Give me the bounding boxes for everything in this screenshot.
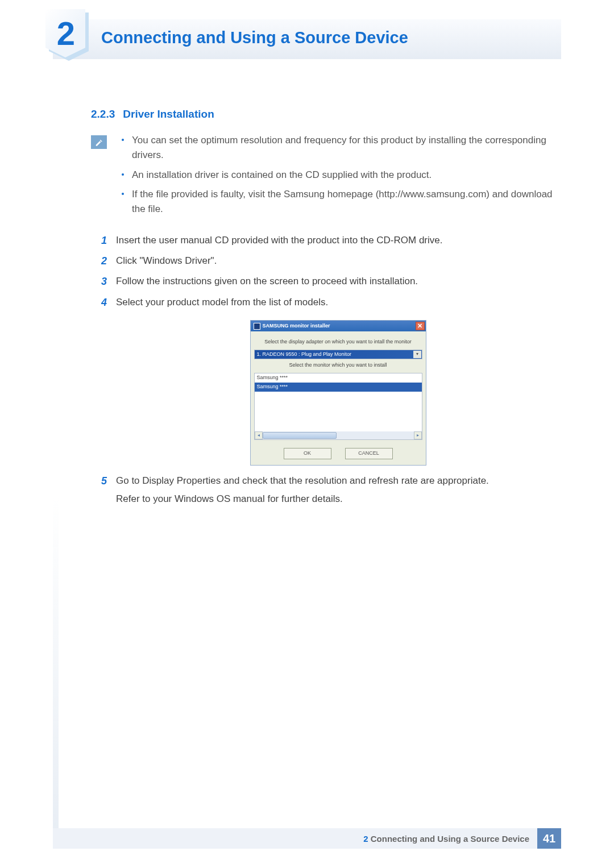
step-text: Follow the instructions given on the scr… xyxy=(116,276,418,286)
step-number: 1 xyxy=(101,233,107,249)
step-item: 2 Click "Windows Driver". xyxy=(101,254,560,268)
page-footer: 2 Connecting and Using a Source Device 4… xyxy=(53,828,561,849)
adapter-label: Select the display adapter on which you … xyxy=(254,338,422,346)
footer-chapter-number: 2 xyxy=(363,834,368,844)
step-after-text: Refer to your Windows OS manual for furt… xyxy=(116,492,560,506)
step-item: 1 Insert the user manual CD provided wit… xyxy=(101,233,560,248)
list-item[interactable]: Samsung **** xyxy=(255,383,422,392)
step-text: Select your product model from the list … xyxy=(116,297,328,308)
monitor-listbox[interactable]: Samsung **** Samsung **** ◂ ▸ xyxy=(254,373,422,440)
steps-list: 1 Insert the user manual CD provided wit… xyxy=(101,233,560,507)
section-heading: 2.2.3Driver Installation xyxy=(91,108,560,121)
combo-value: 1. RADEON 9550 : Plug and Play Monitor xyxy=(257,351,352,359)
step-number: 5 xyxy=(101,474,107,489)
step-item: 4 Select your product model from the lis… xyxy=(101,295,560,466)
app-icon xyxy=(254,323,260,330)
dialog-titlebar: SAMSUNG monitor installer ✕ xyxy=(251,321,426,331)
note-bullet: If the file provided is faulty, visit th… xyxy=(118,187,560,217)
scrollbar-thumb[interactable] xyxy=(263,432,337,439)
chevron-down-icon: ▾ xyxy=(413,351,421,358)
dialog-title: SAMSUNG monitor installer xyxy=(263,322,330,330)
note-bullet: You can set the optimum resolution and f… xyxy=(118,133,560,163)
section-title: Driver Installation xyxy=(123,108,214,120)
close-button[interactable]: ✕ xyxy=(416,322,425,330)
installer-dialog: SAMSUNG monitor installer ✕ Select the d… xyxy=(250,320,426,466)
chapter-title: Connecting and Using a Source Device xyxy=(101,28,408,47)
cancel-button[interactable]: CANCEL xyxy=(345,448,393,459)
ok-button[interactable]: OK xyxy=(284,448,331,459)
chapter-number: 2 xyxy=(57,14,74,52)
step-text: Go to Display Properties and check that … xyxy=(116,475,489,486)
footer-chapter-ref: 2 Connecting and Using a Source Device xyxy=(363,834,529,844)
list-item[interactable]: Samsung **** xyxy=(255,373,422,383)
step-text: Insert the user manual CD provided with … xyxy=(116,235,442,246)
step-item: 5 Go to Display Properties and check tha… xyxy=(101,474,560,507)
footer-chapter-title: Connecting and Using a Source Device xyxy=(371,834,529,844)
scroll-right-icon[interactable]: ▸ xyxy=(414,431,422,439)
monitor-label: Select the monitor which you want to ins… xyxy=(254,362,422,369)
note-bullet: An installation driver is contained on t… xyxy=(118,168,560,182)
chapter-header: 2 Connecting and Using a Source Device xyxy=(45,9,569,63)
page-number: 41 xyxy=(537,828,561,849)
step-number: 2 xyxy=(101,254,107,269)
decorative-left-glow xyxy=(53,496,59,849)
note-block: You can set the optimum resolution and f… xyxy=(91,133,560,222)
note-icon xyxy=(91,135,107,149)
horizontal-scrollbar[interactable]: ◂ ▸ xyxy=(255,431,422,439)
step-text: Click "Windows Driver". xyxy=(116,255,217,266)
section-number: 2.2.3 xyxy=(91,108,115,120)
step-number: 3 xyxy=(101,274,107,290)
close-icon: ✕ xyxy=(417,323,422,329)
chapter-badge: 2 xyxy=(45,9,85,63)
step-item: 3 Follow the instructions given on the s… xyxy=(101,274,560,289)
display-adapter-combo[interactable]: 1. RADEON 9550 : Plug and Play Monitor ▾ xyxy=(254,350,422,359)
scroll-left-icon[interactable]: ◂ xyxy=(255,431,263,439)
step-number: 4 xyxy=(101,295,107,311)
installer-dialog-screenshot: SAMSUNG monitor installer ✕ Select the d… xyxy=(250,320,426,466)
